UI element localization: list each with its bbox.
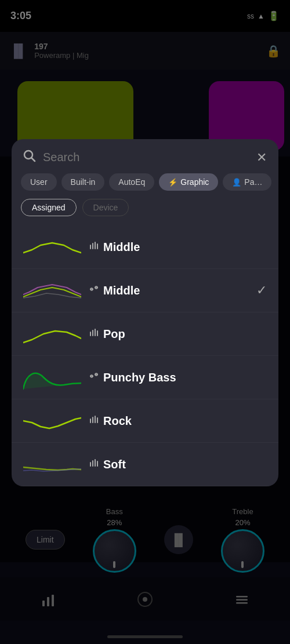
sub-tab-assigned[interactable]: Assigned (21, 199, 77, 216)
filter-tab-builtin[interactable]: Built-in (61, 173, 105, 191)
preset-type-icon-pop (89, 328, 99, 340)
builtin-tab-label: Built-in (71, 177, 96, 187)
preset-type-icon-soft (89, 459, 99, 470)
svg-rect-28 (95, 416, 96, 423)
preset-type-icon-middle-graphic (89, 241, 99, 253)
preset-curve-rock (23, 406, 81, 435)
svg-rect-21 (97, 330, 98, 336)
svg-rect-31 (92, 460, 93, 467)
svg-rect-10 (90, 245, 91, 249)
svg-rect-11 (92, 243, 93, 249)
preset-curve-punchy-bass (23, 363, 81, 392)
graphic-tab-label: Graphic (180, 177, 209, 187)
preset-type-icon-rock (89, 415, 99, 427)
filter-tab-graphic[interactable]: ⚡ Graphic (159, 173, 218, 191)
preset-item-punchy-bass[interactable]: Punchy Bass (12, 356, 278, 399)
filter-tabs: User Built-in AutoEq ⚡ Graphic 👤 Pa… (12, 173, 278, 199)
svg-rect-12 (95, 242, 96, 249)
preset-curve-middle-parametric (23, 276, 81, 305)
close-icon[interactable]: ✕ (256, 150, 267, 165)
preset-name-rock: Rock (103, 414, 132, 428)
filter-tab-autoeq[interactable]: AutoEq (109, 173, 154, 191)
filter-tab-user[interactable]: User (21, 173, 57, 191)
preset-curve-pop (23, 319, 81, 348)
svg-rect-18 (90, 332, 91, 336)
preset-item-middle-parametric[interactable]: Middle ✓ (12, 269, 278, 312)
preset-name-middle-1: Middle (103, 241, 140, 254)
preset-name-wrap-pop: Pop (89, 328, 267, 341)
svg-rect-19 (92, 330, 93, 336)
svg-rect-26 (90, 419, 91, 423)
preset-type-icon-punchy-bass (89, 372, 99, 383)
preset-curve-middle-graphic (23, 232, 81, 261)
preset-name-middle-2: Middle (103, 284, 140, 297)
autoeq-tab-label: AutoEq (118, 177, 145, 187)
user-tab-label: User (30, 177, 48, 187)
preset-item-rock[interactable]: Rock (12, 399, 278, 443)
svg-line-9 (32, 158, 35, 162)
preset-name-wrap: Middle (89, 241, 267, 254)
svg-rect-13 (97, 243, 98, 249)
sub-tab-device[interactable]: Device (82, 199, 129, 216)
svg-rect-33 (97, 461, 98, 467)
svg-rect-29 (97, 417, 98, 423)
preset-name-wrap-punchy-bass: Punchy Bass (89, 371, 267, 384)
modal-overlay: ✕ User Built-in AutoEq ⚡ Graphic 👤 Pa… (0, 0, 290, 644)
preset-name-wrap-2: Middle (89, 284, 248, 297)
preset-item-middle-graphic[interactable]: Middle (12, 225, 278, 269)
filter-tab-parametric[interactable]: 👤 Pa… (223, 173, 271, 191)
preset-selected-checkmark: ✓ (256, 283, 267, 298)
preset-item-pop[interactable]: Pop (12, 312, 278, 356)
search-input[interactable] (43, 151, 249, 164)
preset-name-wrap-rock: Rock (89, 414, 267, 428)
preset-name-soft: Soft (103, 458, 126, 471)
preset-name-wrap-soft: Soft (89, 458, 267, 471)
search-bar: ✕ (12, 139, 278, 173)
svg-rect-30 (90, 462, 91, 467)
graphic-tab-icon: ⚡ (168, 178, 177, 187)
eq-preset-modal: ✕ User Built-in AutoEq ⚡ Graphic 👤 Pa… (12, 139, 278, 486)
preset-name-pop: Pop (103, 328, 125, 341)
preset-item-soft[interactable]: Soft (12, 443, 278, 486)
preset-curve-soft (23, 450, 81, 479)
parametric-tab-label: Pa… (244, 177, 262, 187)
svg-rect-32 (95, 459, 96, 467)
search-icon (23, 150, 36, 165)
parametric-tab-icon: 👤 (232, 178, 241, 187)
sub-filter: Assigned Device (12, 199, 278, 225)
preset-type-icon-middle-param (89, 285, 99, 296)
preset-name-punchy-bass: Punchy Bass (103, 371, 176, 384)
preset-list: Middle (12, 225, 278, 486)
svg-rect-27 (92, 417, 93, 423)
svg-rect-20 (95, 329, 96, 336)
